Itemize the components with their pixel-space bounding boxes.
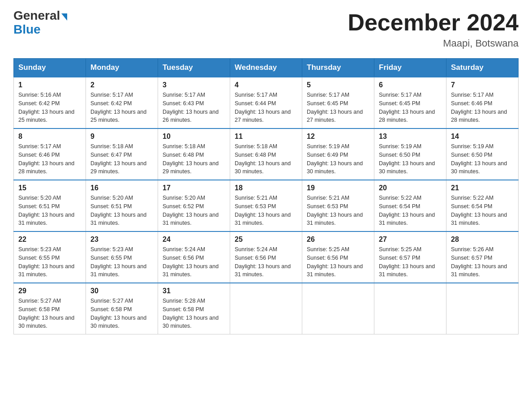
day-number: 16 bbox=[90, 184, 153, 192]
day-info: Sunrise: 5:21 AM Sunset: 6:53 PM Dayligh… bbox=[307, 194, 369, 227]
table-row: 4 Sunrise: 5:17 AM Sunset: 6:44 PM Dayli… bbox=[230, 77, 302, 128]
day-number: 13 bbox=[379, 133, 442, 141]
calendar-week-row: 29 Sunrise: 5:27 AM Sunset: 6:58 PM Dayl… bbox=[14, 283, 519, 334]
day-number: 7 bbox=[451, 81, 514, 89]
table-row: 28 Sunrise: 5:26 AM Sunset: 6:57 PM Dayl… bbox=[446, 231, 519, 283]
day-number: 6 bbox=[379, 81, 442, 89]
logo-general: General bbox=[13, 9, 60, 23]
day-info: Sunrise: 5:27 AM Sunset: 6:58 PM Dayligh… bbox=[18, 297, 81, 330]
calendar-header-row: Sunday Monday Tuesday Wednesday Thursday… bbox=[14, 59, 519, 77]
day-number: 31 bbox=[163, 287, 225, 295]
table-row: 25 Sunrise: 5:24 AM Sunset: 6:56 PM Dayl… bbox=[230, 231, 302, 283]
calendar-week-row: 15 Sunrise: 5:20 AM Sunset: 6:51 PM Dayl… bbox=[14, 180, 519, 231]
day-number: 29 bbox=[18, 287, 81, 295]
day-number: 11 bbox=[235, 133, 297, 141]
calendar-week-row: 8 Sunrise: 5:17 AM Sunset: 6:46 PM Dayli… bbox=[14, 128, 519, 180]
day-number: 19 bbox=[307, 184, 369, 192]
day-number: 4 bbox=[235, 81, 297, 89]
table-row: 8 Sunrise: 5:17 AM Sunset: 6:46 PM Dayli… bbox=[14, 128, 86, 180]
table-row bbox=[302, 283, 374, 334]
table-row: 19 Sunrise: 5:21 AM Sunset: 6:53 PM Dayl… bbox=[302, 180, 374, 231]
table-row: 22 Sunrise: 5:23 AM Sunset: 6:55 PM Dayl… bbox=[14, 231, 86, 283]
day-number: 14 bbox=[451, 133, 514, 141]
day-info: Sunrise: 5:18 AM Sunset: 6:47 PM Dayligh… bbox=[90, 142, 153, 176]
logo: General Blue bbox=[13, 9, 67, 37]
day-number: 10 bbox=[163, 133, 225, 141]
calendar-table: Sunday Monday Tuesday Wednesday Thursday… bbox=[13, 58, 519, 334]
day-number: 17 bbox=[163, 184, 225, 192]
header-thursday: Thursday bbox=[302, 59, 374, 77]
day-info: Sunrise: 5:20 AM Sunset: 6:51 PM Dayligh… bbox=[90, 194, 153, 227]
day-info: Sunrise: 5:25 AM Sunset: 6:56 PM Dayligh… bbox=[307, 245, 369, 279]
table-row: 11 Sunrise: 5:18 AM Sunset: 6:48 PM Dayl… bbox=[230, 128, 302, 180]
table-row: 31 Sunrise: 5:28 AM Sunset: 6:58 PM Dayl… bbox=[158, 283, 230, 334]
day-info: Sunrise: 5:21 AM Sunset: 6:53 PM Dayligh… bbox=[235, 194, 297, 227]
day-info: Sunrise: 5:19 AM Sunset: 6:50 PM Dayligh… bbox=[451, 142, 514, 176]
table-row: 17 Sunrise: 5:20 AM Sunset: 6:52 PM Dayl… bbox=[158, 180, 230, 231]
table-row: 12 Sunrise: 5:19 AM Sunset: 6:49 PM Dayl… bbox=[302, 128, 374, 180]
calendar-subtitle: Maapi, Botswana bbox=[348, 38, 519, 49]
day-number: 20 bbox=[379, 184, 442, 192]
day-number: 25 bbox=[235, 235, 297, 244]
table-row: 2 Sunrise: 5:17 AM Sunset: 6:42 PM Dayli… bbox=[86, 77, 158, 128]
day-number: 3 bbox=[163, 81, 225, 89]
day-info: Sunrise: 5:22 AM Sunset: 6:54 PM Dayligh… bbox=[451, 194, 514, 227]
day-info: Sunrise: 5:17 AM Sunset: 6:45 PM Dayligh… bbox=[307, 91, 369, 124]
header-saturday: Saturday bbox=[446, 59, 519, 77]
logo-arrow-icon bbox=[61, 13, 67, 21]
calendar-week-row: 1 Sunrise: 5:16 AM Sunset: 6:42 PM Dayli… bbox=[14, 77, 519, 128]
table-row: 26 Sunrise: 5:25 AM Sunset: 6:56 PM Dayl… bbox=[302, 231, 374, 283]
table-row: 30 Sunrise: 5:27 AM Sunset: 6:58 PM Dayl… bbox=[86, 283, 158, 334]
calendar-title: December 2024 bbox=[348, 9, 519, 36]
table-row: 18 Sunrise: 5:21 AM Sunset: 6:53 PM Dayl… bbox=[230, 180, 302, 231]
day-info: Sunrise: 5:26 AM Sunset: 6:57 PM Dayligh… bbox=[451, 245, 514, 279]
table-row: 20 Sunrise: 5:22 AM Sunset: 6:54 PM Dayl… bbox=[374, 180, 446, 231]
table-row: 14 Sunrise: 5:19 AM Sunset: 6:50 PM Dayl… bbox=[446, 128, 519, 180]
day-number: 26 bbox=[307, 235, 369, 244]
day-number: 2 bbox=[90, 81, 153, 89]
table-row: 10 Sunrise: 5:18 AM Sunset: 6:48 PM Dayl… bbox=[158, 128, 230, 180]
day-info: Sunrise: 5:23 AM Sunset: 6:55 PM Dayligh… bbox=[18, 245, 81, 279]
table-row: 27 Sunrise: 5:25 AM Sunset: 6:57 PM Dayl… bbox=[374, 231, 446, 283]
day-info: Sunrise: 5:19 AM Sunset: 6:49 PM Dayligh… bbox=[307, 142, 369, 176]
day-info: Sunrise: 5:17 AM Sunset: 6:44 PM Dayligh… bbox=[235, 91, 297, 124]
day-info: Sunrise: 5:22 AM Sunset: 6:54 PM Dayligh… bbox=[379, 194, 442, 227]
table-row: 29 Sunrise: 5:27 AM Sunset: 6:58 PM Dayl… bbox=[14, 283, 86, 334]
table-row: 24 Sunrise: 5:24 AM Sunset: 6:56 PM Dayl… bbox=[158, 231, 230, 283]
header-tuesday: Tuesday bbox=[158, 59, 230, 77]
table-row: 16 Sunrise: 5:20 AM Sunset: 6:51 PM Dayl… bbox=[86, 180, 158, 231]
table-row bbox=[446, 283, 519, 334]
logo-blue: Blue bbox=[13, 23, 41, 37]
header-monday: Monday bbox=[86, 59, 158, 77]
table-row: 23 Sunrise: 5:23 AM Sunset: 6:55 PM Dayl… bbox=[86, 231, 158, 283]
day-number: 15 bbox=[18, 184, 81, 192]
day-info: Sunrise: 5:16 AM Sunset: 6:42 PM Dayligh… bbox=[18, 91, 81, 124]
table-row: 13 Sunrise: 5:19 AM Sunset: 6:50 PM Dayl… bbox=[374, 128, 446, 180]
table-row bbox=[230, 283, 302, 334]
table-row: 15 Sunrise: 5:20 AM Sunset: 6:51 PM Dayl… bbox=[14, 180, 86, 231]
day-number: 5 bbox=[307, 81, 369, 89]
day-info: Sunrise: 5:17 AM Sunset: 6:42 PM Dayligh… bbox=[90, 91, 153, 124]
header-wednesday: Wednesday bbox=[230, 59, 302, 77]
table-row: 1 Sunrise: 5:16 AM Sunset: 6:42 PM Dayli… bbox=[14, 77, 86, 128]
day-number: 30 bbox=[90, 287, 153, 295]
day-info: Sunrise: 5:17 AM Sunset: 6:46 PM Dayligh… bbox=[18, 142, 81, 176]
day-number: 28 bbox=[451, 235, 514, 244]
day-number: 27 bbox=[379, 235, 442, 244]
day-number: 18 bbox=[235, 184, 297, 192]
day-info: Sunrise: 5:17 AM Sunset: 6:45 PM Dayligh… bbox=[379, 91, 442, 124]
table-row: 7 Sunrise: 5:17 AM Sunset: 6:46 PM Dayli… bbox=[446, 77, 519, 128]
table-row: 9 Sunrise: 5:18 AM Sunset: 6:47 PM Dayli… bbox=[86, 128, 158, 180]
day-info: Sunrise: 5:20 AM Sunset: 6:51 PM Dayligh… bbox=[18, 194, 81, 227]
day-info: Sunrise: 5:19 AM Sunset: 6:50 PM Dayligh… bbox=[379, 142, 442, 176]
day-info: Sunrise: 5:23 AM Sunset: 6:55 PM Dayligh… bbox=[90, 245, 153, 279]
day-info: Sunrise: 5:24 AM Sunset: 6:56 PM Dayligh… bbox=[163, 245, 225, 279]
day-number: 24 bbox=[163, 235, 225, 244]
day-info: Sunrise: 5:25 AM Sunset: 6:57 PM Dayligh… bbox=[379, 245, 442, 279]
calendar-week-row: 22 Sunrise: 5:23 AM Sunset: 6:55 PM Dayl… bbox=[14, 231, 519, 283]
table-row: 6 Sunrise: 5:17 AM Sunset: 6:45 PM Dayli… bbox=[374, 77, 446, 128]
table-row: 21 Sunrise: 5:22 AM Sunset: 6:54 PM Dayl… bbox=[446, 180, 519, 231]
day-number: 22 bbox=[18, 235, 81, 244]
day-number: 21 bbox=[451, 184, 514, 192]
day-info: Sunrise: 5:18 AM Sunset: 6:48 PM Dayligh… bbox=[163, 142, 225, 176]
